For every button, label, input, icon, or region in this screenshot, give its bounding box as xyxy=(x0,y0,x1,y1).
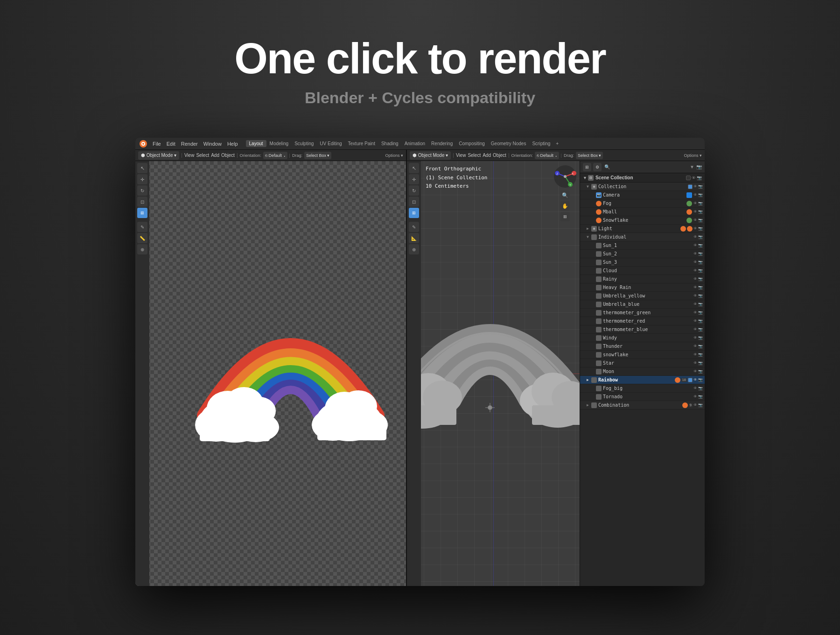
vp-tool-rotate[interactable]: ↻ xyxy=(409,185,419,196)
outliner-row-rainbow[interactable]: ▶ Rainbow 10 👁 📷 xyxy=(580,376,705,384)
outliner-row-windy[interactable]: Windy 👁 📷 xyxy=(580,334,705,342)
outliner-icon-filter[interactable]: ⊞ xyxy=(583,163,591,171)
view-btn-r[interactable]: View xyxy=(456,153,466,158)
tab-compositing[interactable]: Compositing xyxy=(456,140,488,147)
tab-animation[interactable]: Animation xyxy=(402,140,428,147)
axis-gizmo[interactable]: X Y Z xyxy=(553,164,578,189)
outliner-row-umbrella_blue[interactable]: Umbrella_blue 👁 📷 xyxy=(580,300,705,309)
add-btn[interactable]: Add xyxy=(211,153,219,158)
vp-tool-transform[interactable]: ⊞ xyxy=(409,208,419,218)
outliner-icon-settings[interactable]: ⚙ xyxy=(593,163,602,171)
outliner-row-heavy-rain[interactable]: Heavy Rain 👁 📷 xyxy=(580,283,705,292)
svg-rect-15 xyxy=(317,423,386,440)
outliner-row-cloud[interactable]: Cloud 👁 📷 xyxy=(580,267,705,275)
outliner-row-thermometer_blue[interactable]: thermometer_blue 👁 📷 xyxy=(580,325,705,334)
select-btn-r[interactable]: Select xyxy=(468,153,481,158)
outliner-row-thunder[interactable]: Thunder 👁 📷 xyxy=(580,342,705,351)
outliner-filter-icon[interactable]: ▼ xyxy=(690,164,694,169)
outliner-row-fog[interactable]: Fog 👁 📷 xyxy=(580,199,705,208)
options-btn[interactable]: Options ▾ xyxy=(385,153,403,158)
object-btn-r[interactable]: Object xyxy=(493,153,506,158)
outliner-row-fog-big[interactable]: Fog_big 👁 📷 xyxy=(580,384,705,393)
outliner-row-moon[interactable]: Moon 👁 📷 xyxy=(580,367,705,376)
tool-scale[interactable]: ⊡ xyxy=(137,197,147,207)
outliner-row-star[interactable]: Star 👁 📷 xyxy=(580,359,705,367)
nav-zoom-in[interactable]: 🔍 xyxy=(560,190,570,200)
vp-tool-scale[interactable]: ⊡ xyxy=(409,197,419,207)
drag-selector[interactable]: Select Box ▾ xyxy=(304,152,332,159)
outliner-row-individual[interactable]: ▼ Individual 👁 📷 xyxy=(580,233,705,241)
sep2: | xyxy=(237,153,238,158)
row-label-snowflake: snowflake xyxy=(603,352,693,357)
tool-transform[interactable]: ⊞ xyxy=(137,208,147,218)
tab-geo-nodes[interactable]: Geometry Nodes xyxy=(488,140,529,147)
outliner-row-sun_2[interactable]: Sun_2 👁 📷 xyxy=(580,250,705,258)
view-btn[interactable]: View xyxy=(184,153,195,158)
tab-uv[interactable]: UV Editing xyxy=(317,140,344,147)
menu-edit[interactable]: Edit xyxy=(164,140,178,148)
tool-annotate[interactable]: ✎ xyxy=(137,222,147,232)
vp-tool-annotate[interactable]: ✎ xyxy=(409,222,419,232)
tool-rotate[interactable]: ↻ xyxy=(137,185,147,196)
row-label-star: Star xyxy=(603,360,693,366)
vp-tool-measure[interactable]: 📐 xyxy=(409,233,419,243)
orient-selector[interactable]: ⎋ Default ▾ xyxy=(263,152,287,159)
outliner-row-sun_3[interactable]: Sun_3 👁 📷 xyxy=(580,258,705,267)
options-btn-r[interactable]: Options ▾ xyxy=(684,153,702,158)
menu-window[interactable]: Window xyxy=(201,140,224,148)
orient-label: Orientation: xyxy=(239,153,261,158)
vp-tool-move[interactable]: ✛ xyxy=(409,174,419,184)
outliner-row-rainy[interactable]: Rainy 👁 📷 xyxy=(580,275,705,283)
outliner-camera-icon[interactable]: 📷 xyxy=(696,164,702,169)
mode-selector-r[interactable]: ⬢ Object Mode ▾ xyxy=(410,151,451,160)
outliner-row-snowflake[interactable]: Snowflake 👁 📷 xyxy=(580,216,705,225)
orient-selector-r[interactable]: ⎋ Default ▾ xyxy=(535,152,559,159)
tool-measure[interactable]: 📏 xyxy=(137,233,147,243)
select-btn[interactable]: Select xyxy=(196,153,209,158)
outliner-row-sun_1[interactable]: Sun_1 👁 📷 xyxy=(580,241,705,250)
tool-cursor[interactable]: ↖ xyxy=(137,163,147,173)
menu-render[interactable]: Render xyxy=(179,140,200,148)
outliner-row-tornado[interactable]: Tornado 👁 📷 xyxy=(580,393,705,401)
tool-move[interactable]: ✛ xyxy=(137,174,147,184)
outliner-row-camera[interactable]: 📷 Camera 👁 📷 xyxy=(580,191,705,199)
outliner-row-snowflake[interactable]: snowflake 👁 📷 xyxy=(580,351,705,359)
page-wrapper: One click to render Blender + Cycles com… xyxy=(0,0,840,635)
content-area: ⬢ Object Mode ▾ | View Select Add Object… xyxy=(135,150,705,586)
mode-selector[interactable]: ⬢ Object Mode ▾ xyxy=(138,151,179,160)
tab-layout[interactable]: Layout xyxy=(246,140,266,147)
row-label-umbrella_yellow: Umbrella_yellow xyxy=(603,293,693,298)
outliner-row-collection[interactable]: ▼ ⊟ Collection 👁 📷 xyxy=(580,183,705,191)
row-label-thermometer_blue: thermometer_blue xyxy=(603,327,693,332)
sc-cb xyxy=(686,176,691,180)
menu-file[interactable]: File xyxy=(150,140,163,148)
outliner-row-light[interactable]: ▶ ⊟ Light 👁 📷 xyxy=(580,225,705,233)
drag-selector-r[interactable]: Select Box ▾ xyxy=(576,152,603,159)
tab-rendering[interactable]: Rendering xyxy=(428,140,455,147)
tab-sculpting[interactable]: Sculpting xyxy=(292,140,316,147)
menu-help[interactable]: Help xyxy=(225,140,240,148)
svg-text:Z: Z xyxy=(556,172,558,175)
outliner-row-thermometer_green[interactable]: thermometer_green 👁 📷 xyxy=(580,309,705,317)
right-section: ⬢ Object Mode ▾ | View Select Add Object… xyxy=(407,150,705,586)
sep-r3: | xyxy=(561,153,562,158)
outliner-row-umbrella_yellow[interactable]: Umbrella_yellow 👁 📷 xyxy=(580,292,705,300)
tab-shading[interactable]: Shading xyxy=(378,140,401,147)
outliner-row-thermometer_red[interactable]: thermometer_red 👁 📷 xyxy=(580,317,705,325)
row-label-windy: Windy xyxy=(603,335,693,340)
tab-modeling[interactable]: Modeling xyxy=(267,140,292,147)
object-btn[interactable]: Object xyxy=(221,153,235,158)
tool-add[interactable]: ⊕ xyxy=(137,244,147,254)
vp-tool-cursor[interactable]: ↖ xyxy=(409,163,419,173)
add-btn-r[interactable]: Add xyxy=(483,153,491,158)
viewport-3d: Front Orthographic (1) Scene Collection … xyxy=(407,161,580,586)
nav-grid[interactable]: ⊞ xyxy=(560,212,570,221)
outliner-row-mball[interactable]: Mball 👁 📷 xyxy=(580,208,705,216)
tab-texture[interactable]: Texture Paint xyxy=(345,140,378,147)
tab-scripting[interactable]: Scripting xyxy=(529,140,553,147)
blender-window: File Edit Render Window Help Layout Mode… xyxy=(135,138,705,586)
outliner-row-combination[interactable]: ▶ Combination 9 👁 📷 xyxy=(580,401,705,409)
vp-tool-cube[interactable]: ⊕ xyxy=(409,244,419,254)
nav-hand[interactable]: ✋ xyxy=(560,201,570,211)
tab-add[interactable]: + xyxy=(553,140,561,147)
